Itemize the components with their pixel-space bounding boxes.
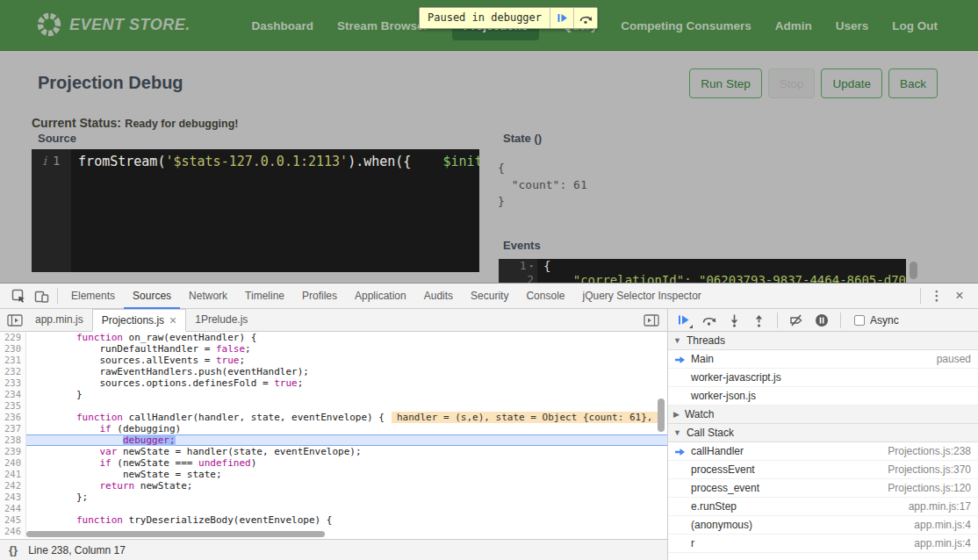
thread-row-worker-javascript-js[interactable]: worker-javascript.js xyxy=(668,369,978,387)
pretty-print-button[interactable]: {} xyxy=(9,543,18,556)
nav-item-admin[interactable]: Admin xyxy=(775,19,812,32)
line-number-238[interactable]: 238 xyxy=(0,434,26,446)
tab-jquery-selector-inspector[interactable]: jQuery Selector Inspector xyxy=(573,284,709,309)
horizontal-scrollbar[interactable] xyxy=(26,531,325,537)
nav-item-users[interactable]: Users xyxy=(836,19,869,32)
code-text[interactable]: sources.allEvents = true; xyxy=(26,355,667,366)
stack-frame-e-runstep[interactable]: e.runStepapp.min.js:17 xyxy=(668,498,978,516)
back-button[interactable]: Back xyxy=(888,68,938,98)
code-text[interactable]: function callHandler(handler, state, eve… xyxy=(26,412,667,423)
close-icon[interactable]: × xyxy=(169,314,176,327)
line-number-245[interactable]: 245 xyxy=(0,514,26,526)
file-tab-1prelude-js[interactable]: 1Prelude.js xyxy=(186,309,256,331)
inspect-element-button[interactable] xyxy=(7,284,30,309)
code-text[interactable]: rawEventHandlers.push(eventHandler); xyxy=(26,366,667,377)
vertical-scrollbar[interactable] xyxy=(658,398,665,432)
navigator-toggle-button[interactable] xyxy=(4,307,26,333)
tab-audits[interactable]: Audits xyxy=(415,284,462,309)
code-text[interactable]: if (debugging) xyxy=(26,423,667,434)
threads-section-header[interactable]: ▼ Threads xyxy=(668,332,978,350)
thread-row-worker-json-js[interactable]: worker-json.js xyxy=(668,387,978,406)
update-button[interactable]: Update xyxy=(821,68,882,98)
pause-on-exceptions-button[interactable] xyxy=(815,313,829,327)
step-out-button[interactable] xyxy=(752,313,766,327)
tab-application[interactable]: Application xyxy=(346,284,415,309)
events-editor[interactable]: 1▾{2 "correlationId": "06203793-9837-446… xyxy=(499,259,906,283)
watch-section-header[interactable]: ▶ Watch xyxy=(668,406,978,424)
code-editor[interactable]: 229 function on_raw(eventHandler) {230 r… xyxy=(0,332,667,539)
stack-frame-process-event[interactable]: process_eventProjections.js:120 xyxy=(668,479,978,498)
line-number-233[interactable]: 233 xyxy=(0,377,26,389)
code-text[interactable]: function on_raw(eventHandler) { xyxy=(26,332,667,343)
code-text[interactable]: var newState = handler(state, eventEnvel… xyxy=(26,446,667,457)
events-scrollbar[interactable] xyxy=(910,262,917,279)
line-number-241[interactable]: 241 xyxy=(0,469,26,480)
toolbar-divider xyxy=(920,288,921,304)
line-number-239[interactable]: 239 xyxy=(0,446,26,457)
deactivate-breakpoints-button[interactable] xyxy=(789,313,803,327)
code-text[interactable]: }; xyxy=(26,492,667,503)
code-text[interactable]: sources.options.definesFold = true; xyxy=(26,377,667,389)
step-over-button[interactable] xyxy=(701,313,716,327)
step-into-button[interactable] xyxy=(728,313,741,327)
tab-profiles[interactable]: Profiles xyxy=(293,284,346,309)
nav-item-log-out[interactable]: Log Out xyxy=(892,19,938,32)
fold-arrow-icon[interactable]: ▾ xyxy=(529,259,534,273)
events-line-number[interactable]: 1▾ xyxy=(499,259,537,273)
devtools-close-button[interactable]: × xyxy=(948,284,971,309)
events-line-number[interactable]: 2 xyxy=(499,273,537,283)
step-over-icon xyxy=(579,12,593,25)
stack-frame-r[interactable]: rapp.min.js:4 xyxy=(668,535,978,553)
stack-frame-callhandler[interactable]: callHandlerProjections.js:238 xyxy=(668,442,978,461)
thread-row-main[interactable]: Mainpaused xyxy=(668,350,978,369)
file-tab-projections-js[interactable]: Projections.js× xyxy=(92,309,187,332)
stack-frame-processevent[interactable]: processEventProjections.js:370 xyxy=(668,461,978,479)
code-text[interactable]: function tryDeserializeBody(eventEnvelop… xyxy=(26,514,667,526)
nav-item-stream-browser[interactable]: Stream Browser xyxy=(337,19,428,32)
line-number-242[interactable]: 242 xyxy=(0,480,26,492)
tab-sources[interactable]: Sources xyxy=(124,284,180,309)
line-number-235[interactable]: 235 xyxy=(0,400,26,412)
source-token: '$stats-127.0.0.1:2113' xyxy=(165,154,348,169)
tab-console[interactable]: Console xyxy=(517,284,573,309)
tab-timeline[interactable]: Timeline xyxy=(236,284,293,309)
code-text[interactable] xyxy=(26,503,667,514)
line-number-234[interactable]: 234 xyxy=(0,389,26,400)
tab-security[interactable]: Security xyxy=(462,284,517,309)
stack-frame-anonymous[interactable]: (anonymous)app.min.js:4 xyxy=(668,516,978,535)
code-text[interactable]: newState = state; xyxy=(26,469,667,480)
tab-network[interactable]: Network xyxy=(180,284,236,309)
resume-button[interactable] xyxy=(677,313,690,327)
nav-item-competing-consumers[interactable]: Competing Consumers xyxy=(621,19,751,32)
device-toolbar-button[interactable] xyxy=(30,284,53,309)
async-checkbox[interactable] xyxy=(854,315,865,326)
line-number-244[interactable]: 244 xyxy=(0,503,26,514)
devtools-menu-button[interactable]: ⋮ xyxy=(925,284,948,309)
line-number-237[interactable]: 237 xyxy=(0,423,26,434)
file-tab-app-min-js[interactable]: app.min.js xyxy=(26,309,92,331)
line-number-229[interactable]: 229 xyxy=(0,332,26,343)
code-text[interactable]: debugger; xyxy=(26,434,667,446)
code-text[interactable]: } xyxy=(26,389,667,400)
line-number-243[interactable]: 243 xyxy=(0,492,26,503)
line-number-230[interactable]: 230 xyxy=(0,343,26,355)
code-text[interactable]: runDefaultHandler = false; xyxy=(26,343,667,355)
code-text[interactable]: return newState; xyxy=(26,480,667,492)
async-toggle[interactable]: Async xyxy=(854,314,899,327)
line-number-246[interactable]: 246 xyxy=(0,526,26,537)
line-number-232[interactable]: 232 xyxy=(0,366,26,377)
line-number-236[interactable]: 236 xyxy=(0,412,26,423)
tab-elements[interactable]: Elements xyxy=(62,284,124,309)
brand[interactable]: EVENT STORE. xyxy=(36,11,191,38)
code-text[interactable] xyxy=(26,400,667,412)
source-code-editor[interactable]: i 1 fromStream('$stats-127.0.0.1:2113').… xyxy=(32,149,479,272)
code-text[interactable]: if (newState === undefined) xyxy=(26,457,667,469)
call-stack-section-header[interactable]: ▼ Call Stack xyxy=(668,424,978,442)
line-number-240[interactable]: 240 xyxy=(0,457,26,469)
run-step-button[interactable]: Run Step xyxy=(689,68,761,98)
banner-step-over-button[interactable] xyxy=(573,8,597,28)
sidebar-toggle-button[interactable] xyxy=(640,313,663,327)
banner-resume-button[interactable] xyxy=(550,8,573,28)
nav-item-dashboard[interactable]: Dashboard xyxy=(252,19,314,32)
line-number-231[interactable]: 231 xyxy=(0,355,26,366)
